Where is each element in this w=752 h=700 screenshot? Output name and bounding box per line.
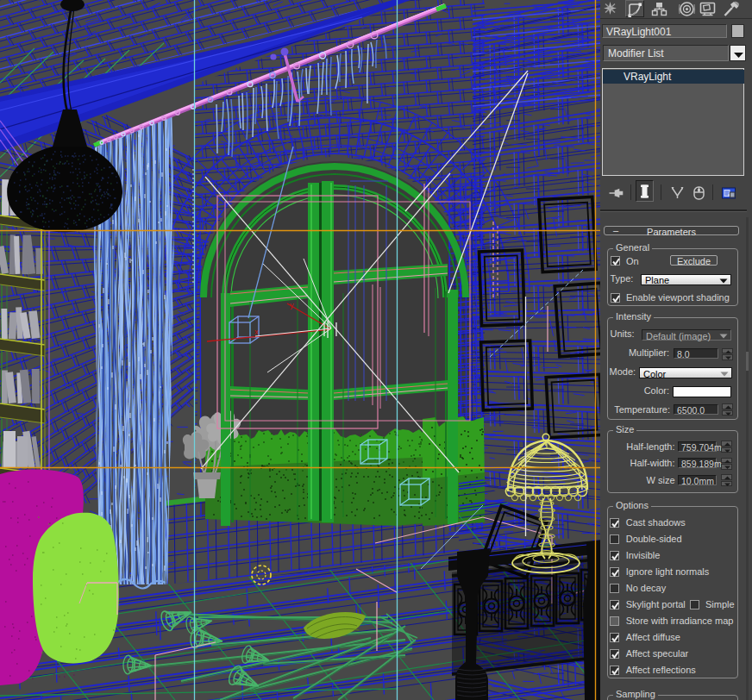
svg-text:y: y — [290, 301, 294, 309]
svg-text:x: x — [254, 328, 259, 336]
